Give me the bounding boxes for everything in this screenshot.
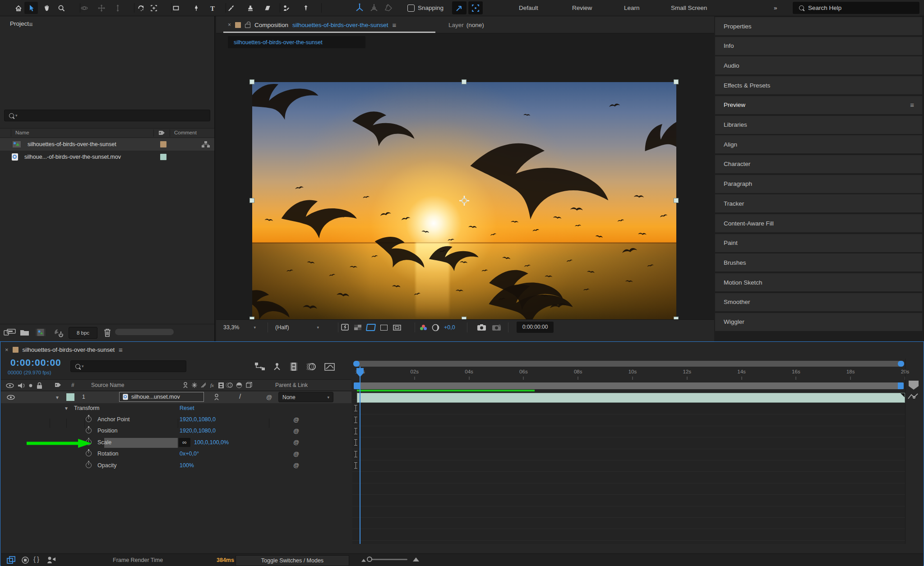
timeline-zoom-slider[interactable] <box>369 559 407 560</box>
column-name[interactable]: Name <box>15 130 29 135</box>
local-axis-icon[interactable] <box>355 3 365 13</box>
workspace-overflow-button[interactable]: » <box>774 0 777 16</box>
selection-handle[interactable] <box>674 198 679 203</box>
property-name[interactable]: Opacity <box>97 462 116 469</box>
pickwhip-icon[interactable]: @ <box>293 451 299 457</box>
show-snapshot-icon[interactable] <box>492 324 501 331</box>
bit-depth-button[interactable]: 8 bpc <box>69 327 97 339</box>
workspace-tab-small-screen[interactable]: Small Screen <box>671 0 707 16</box>
property-value[interactable]: 1920,0,1080,0 <box>180 416 216 423</box>
resolution-dropdown[interactable]: (Half) ▾ <box>275 320 319 335</box>
pickwhip-icon[interactable]: @ <box>293 439 299 446</box>
layer-tab[interactable]: Layer (none) <box>448 16 484 33</box>
camera-person-icon[interactable] <box>46 556 57 565</box>
roto-brush-tool[interactable] <box>279 2 293 14</box>
panel-tab-audio[interactable]: Audio <box>715 56 922 74</box>
fast-preview-icon[interactable] <box>341 324 349 331</box>
composition-tab[interactable]: × Composition silhouettes-of-birds-over-… <box>222 16 402 33</box>
shy-switch-icon[interactable] <box>213 393 220 401</box>
panel-tab-tracker[interactable]: Tracker <box>715 194 922 212</box>
stopwatch-icon[interactable] <box>86 428 92 433</box>
property-name[interactable]: Scale <box>97 439 111 446</box>
transform-group-row[interactable]: ▼TransformReset <box>1 403 351 413</box>
composition-preview-image[interactable] <box>252 82 676 319</box>
panel-menu-icon[interactable]: ≡ <box>392 21 396 29</box>
navigator-end-handle[interactable] <box>898 361 904 367</box>
camera-tool[interactable] <box>147 2 161 14</box>
channel-selector-icon[interactable] <box>420 325 427 330</box>
timeline-search-input[interactable]: ▾ <box>70 360 186 372</box>
timeline-tab[interactable]: × silhouettes-of-birds-over-the-sunset ≡ <box>5 344 123 355</box>
magnification-dropdown[interactable]: 33,3% ▾ <box>223 320 256 335</box>
zoom-out-icon[interactable] <box>361 559 366 561</box>
panel-tab-effects-presets[interactable]: Effects & Presets <box>715 76 922 94</box>
selection-handle[interactable] <box>249 79 254 84</box>
dimensions-link-icon[interactable]: ∞ <box>179 438 190 447</box>
expand-layers-icon[interactable] <box>6 556 16 565</box>
new-composition-icon[interactable] <box>35 328 46 337</box>
column-source-name[interactable]: Source Name <box>91 382 124 388</box>
graph-icon[interactable] <box>907 392 919 400</box>
world-axis-icon[interactable] <box>369 3 379 13</box>
view-axis-icon[interactable] <box>383 3 393 13</box>
exposure-icon[interactable] <box>432 324 439 331</box>
property-name[interactable]: Anchor Point <box>97 416 130 423</box>
panel-tab-info[interactable]: Info <box>715 37 922 55</box>
pen-tool[interactable] <box>189 2 203 14</box>
parent-dropdown[interactable]: None ▾ <box>278 392 333 402</box>
project-item-composition[interactable]: silhouettes-of-birds-over-the-sunset <box>0 138 214 151</box>
project-item-footage[interactable]: silhoue...-of-birds-over-the-sunset.mov <box>0 151 214 163</box>
work-area-start-handle[interactable] <box>354 382 360 389</box>
reset-link[interactable]: Reset <box>180 405 194 411</box>
stopwatch-icon[interactable] <box>86 462 92 468</box>
eye-icon[interactable] <box>6 394 15 401</box>
label-column-icon[interactable] <box>158 129 166 136</box>
project-search-input[interactable]: ▾ <box>4 110 210 121</box>
layer-duration-bar[interactable] <box>357 393 905 403</box>
collapse-switch[interactable]: / <box>239 392 241 400</box>
puppet-pin-tool[interactable] <box>299 2 313 14</box>
panel-tab-paint[interactable]: Paint <box>715 234 922 252</box>
property-value[interactable]: 1920,0,1080,0 <box>180 428 216 434</box>
panel-menu-icon[interactable]: ≡ <box>119 346 123 354</box>
home-tool[interactable] <box>11 2 25 14</box>
workspace-tab-default[interactable]: Default <box>519 0 538 16</box>
composition-mini-flowchart-icon[interactable] <box>254 362 266 371</box>
column-index[interactable]: # <box>71 382 74 388</box>
viewer-timecode[interactable]: 0:00:00:00 <box>517 322 554 333</box>
close-icon[interactable]: × <box>228 22 231 28</box>
stamp-tool[interactable] <box>244 2 257 14</box>
new-folder-icon[interactable] <box>20 328 30 337</box>
mask-visibility-icon[interactable] <box>366 324 376 331</box>
layer-label-swatch[interactable] <box>66 393 74 401</box>
zoom-slider-knob[interactable] <box>367 557 372 562</box>
panel-tab-paragraph[interactable]: Paragraph <box>715 175 922 193</box>
close-icon[interactable]: × <box>5 346 9 353</box>
stopwatch-icon[interactable] <box>86 416 92 422</box>
draft-3d-icon[interactable] <box>272 362 282 371</box>
motion-blur-icon[interactable] <box>306 362 316 371</box>
snap-features-button[interactable] <box>468 1 483 14</box>
guide-options-icon[interactable] <box>393 324 402 331</box>
zoom-tool[interactable] <box>55 2 68 14</box>
zoom-in-icon[interactable] <box>413 557 419 561</box>
property-row-position[interactable]: Position1920,0,1080,0@ <box>1 426 351 436</box>
trash-icon[interactable] <box>103 328 112 338</box>
panel-tab-brushes[interactable]: Brushes <box>715 253 922 271</box>
unlock-icon[interactable] <box>245 24 250 28</box>
property-value[interactable]: 100,0,100,0% <box>194 439 229 446</box>
work-area-bar[interactable] <box>353 382 904 390</box>
current-time-display[interactable]: 0:00:00:00 <box>10 357 61 368</box>
work-area-end-handle[interactable] <box>898 382 904 389</box>
panel-tab-motion-sketch[interactable]: Motion Sketch <box>715 273 922 291</box>
property-name[interactable]: Rotation <box>97 451 119 457</box>
eraser-tool[interactable] <box>261 2 274 14</box>
property-value[interactable]: 100% <box>180 462 194 469</box>
column-comment[interactable]: Comment <box>174 130 197 135</box>
exposure-value[interactable]: +0,0 <box>444 324 455 331</box>
time-navigator-bar[interactable] <box>353 361 904 367</box>
region-of-interest-icon[interactable] <box>380 325 388 331</box>
playhead-line[interactable] <box>360 367 360 544</box>
label-column-icon[interactable] <box>54 382 62 388</box>
toggle-switches-modes-button[interactable]: Toggle Switches / Modes <box>236 555 349 566</box>
